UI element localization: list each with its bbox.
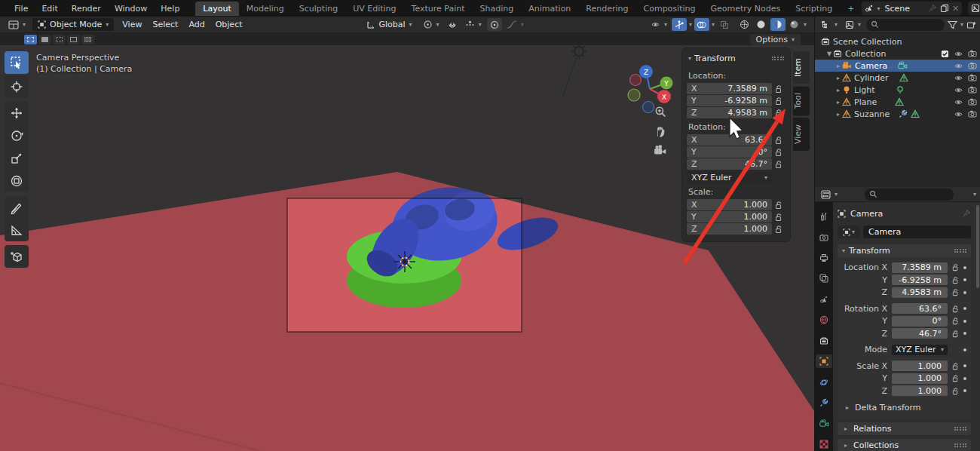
tool-select-box[interactable] <box>5 51 29 74</box>
view-layer-selector[interactable]: ▾ ViewLayer ✕ <box>968 2 980 15</box>
xray-toggle[interactable] <box>717 18 732 31</box>
shading-rendered-button[interactable] <box>787 18 802 31</box>
select-intersect-button[interactable] <box>81 35 94 44</box>
animate-dot[interactable] <box>963 266 966 269</box>
row-cylinder[interactable]: ▸ Cylinder <box>815 72 980 84</box>
rotation-x-field[interactable]: X63.6° <box>687 134 772 146</box>
rotation-mode-dropdown[interactable]: XYZ Euler▾ <box>687 172 772 183</box>
panel-grip[interactable] <box>954 249 966 253</box>
add-workspace-button[interactable]: + <box>840 2 862 16</box>
lock-icon[interactable] <box>951 362 960 370</box>
options-dropdown[interactable]: Options ▾ <box>750 34 801 45</box>
animate-dot[interactable] <box>963 364 966 367</box>
lock-icon[interactable] <box>774 201 783 210</box>
row-light[interactable]: ▸ Light <box>815 84 980 96</box>
scale-z-field[interactable]: 1.000 <box>892 385 948 396</box>
lock-icon[interactable] <box>951 387 960 395</box>
tab-scripting[interactable]: Scripting <box>788 2 840 16</box>
lock-icon[interactable] <box>951 276 960 284</box>
relations-panel-header[interactable]: ▸ Relations <box>838 422 971 435</box>
rotation-z-field[interactable]: Z46.7° <box>687 158 772 170</box>
checkbox-icon[interactable] <box>941 50 949 58</box>
outliner-search-input[interactable] <box>866 19 945 31</box>
lock-icon[interactable] <box>951 317 960 325</box>
expand-icon[interactable]: ▼ <box>825 51 833 57</box>
lock-icon[interactable] <box>951 374 960 382</box>
expand-icon[interactable]: ▸ <box>835 99 842 106</box>
tool-move[interactable] <box>5 102 29 124</box>
properties-editor-type[interactable]: ▾ <box>819 189 840 200</box>
show-object-types-dropdown[interactable]: ▾ <box>648 19 669 30</box>
hide-eye-icon[interactable] <box>954 110 963 118</box>
hide-eye-icon[interactable] <box>954 86 963 94</box>
location-z-field[interactable]: 4.9583 m <box>892 287 948 298</box>
location-z-field[interactable]: Z4.9583 m <box>687 107 772 118</box>
row-scene-collection[interactable]: Scene Collection <box>815 35 980 48</box>
tool-annotate[interactable] <box>5 196 29 219</box>
animate-dot[interactable] <box>963 291 966 294</box>
show-overlays-toggle[interactable] <box>694 18 709 31</box>
disable-render-icon[interactable] <box>968 49 977 58</box>
shading-material-button[interactable] <box>770 18 786 31</box>
object-name-input[interactable]: Camera <box>863 226 971 238</box>
select-subtract-button[interactable] <box>53 35 66 44</box>
overlays-dropdown[interactable]: ▾ <box>712 21 715 28</box>
select-set-button[interactable] <box>24 35 37 44</box>
row-camera[interactable]: ▸ Camera <box>815 60 980 72</box>
select-extend-button[interactable] <box>38 35 51 44</box>
lock-icon[interactable] <box>774 109 783 118</box>
menu-file[interactable]: File <box>8 2 35 15</box>
tab-compositing[interactable]: Compositing <box>636 2 703 16</box>
tab-sculpting[interactable]: Sculpting <box>292 2 345 16</box>
tab-render[interactable] <box>816 230 832 244</box>
pin-icon[interactable] <box>962 209 971 218</box>
zoom-icon[interactable] <box>654 106 666 118</box>
tab-view-layer[interactable] <box>816 272 832 285</box>
tab-tool[interactable] <box>816 210 832 223</box>
menu-edit[interactable]: Edit <box>35 2 64 15</box>
outliner-filter-type[interactable]: ▾ <box>843 20 863 30</box>
hide-eye-icon[interactable] <box>954 74 963 82</box>
id-type-button[interactable]: ▾ <box>838 226 860 238</box>
tool-add-cube[interactable] <box>5 245 29 268</box>
tab-layout[interactable]: Layout <box>195 2 238 16</box>
tab-uv-editing[interactable]: UV Editing <box>345 2 403 16</box>
gizmo-dropdown[interactable]: ▾ <box>689 21 692 28</box>
collapse-icon[interactable]: ▾ <box>688 55 691 62</box>
rotation-x-field[interactable]: 63.6° <box>892 303 948 314</box>
navigation-gizmo[interactable]: Z Y X <box>626 57 678 113</box>
tab-item[interactable]: Item <box>793 51 810 84</box>
location-y-field[interactable]: Y-6.9258 m <box>687 95 772 106</box>
scene-name[interactable]: Scene <box>883 4 925 14</box>
rotation-mode-dropdown[interactable]: XYZ Euler▾ <box>892 345 948 355</box>
tool-rotate[interactable] <box>5 124 29 147</box>
location-x-field[interactable]: 7.3589 m <box>892 262 948 273</box>
scale-y-field[interactable]: 1.000 <box>892 373 948 384</box>
shading-wireframe-button[interactable] <box>737 18 752 31</box>
hide-eye-icon[interactable] <box>954 62 963 70</box>
viewport-3d[interactable]: Camera Perspective (1) Collection | Came… <box>0 45 814 451</box>
panel-grip[interactable] <box>772 57 784 60</box>
lock-icon[interactable] <box>774 84 783 94</box>
lock-icon[interactable] <box>774 136 783 145</box>
hide-eye-icon[interactable] <box>954 98 963 106</box>
rotation-z-field[interactable]: 46.7° <box>892 328 948 339</box>
tab-world[interactable] <box>816 313 832 327</box>
menu-object[interactable]: Object <box>210 18 248 31</box>
menu-view[interactable]: View <box>117 18 147 31</box>
transform-panel-header[interactable]: ▾ Transform <box>838 244 971 257</box>
tab-tool[interactable]: Tool <box>793 86 810 115</box>
lock-icon[interactable] <box>774 213 783 222</box>
camera-view-icon[interactable] <box>654 145 667 156</box>
shading-dropdown[interactable]: ▾ <box>804 21 807 28</box>
tab-texture[interactable] <box>816 437 832 451</box>
row-suzanne[interactable]: ▸ Suzanne <box>815 108 980 120</box>
collections-panel-header[interactable]: ▸ Collections <box>838 439 971 451</box>
animate-dot[interactable] <box>963 389 966 392</box>
scale-z-field[interactable]: Z1.000 <box>687 223 772 235</box>
editor-type-button[interactable]: ▾ <box>3 19 31 31</box>
scale-x-field[interactable]: X1.000 <box>687 199 772 210</box>
menu-select[interactable]: Select <box>147 18 183 31</box>
filter-funnel-icon[interactable] <box>948 20 957 29</box>
tab-physics[interactable] <box>816 375 832 388</box>
